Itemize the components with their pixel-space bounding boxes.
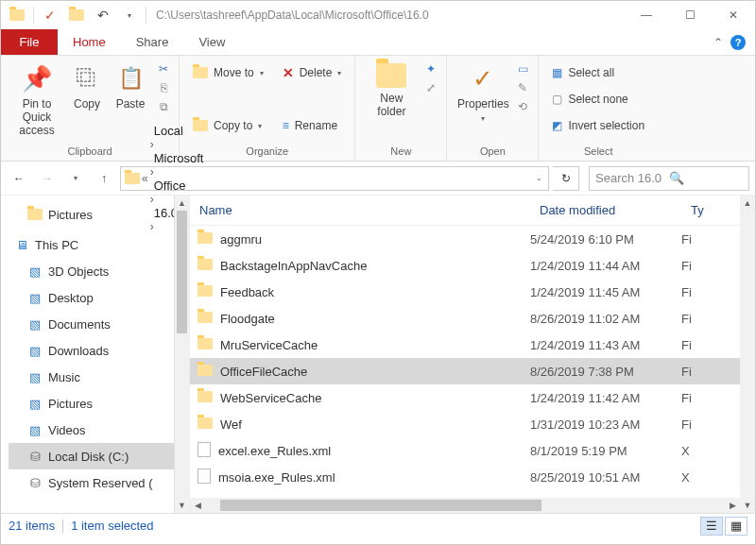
folder-icon[interactable]	[5, 3, 29, 27]
list-item[interactable]: Wef1/31/2019 10:23 AMFi	[190, 411, 755, 437]
list-header: Name Date modified Ty	[190, 196, 755, 226]
nav-item[interactable]: ▧Music	[9, 364, 189, 390]
nav-item[interactable]: ▧Downloads	[9, 337, 189, 364]
ribbon-group-new: New folder ✦ ⤢ New	[355, 56, 447, 161]
tab-view[interactable]: View	[183, 29, 240, 55]
search-input[interactable]: Search 16.0 🔍	[589, 166, 749, 191]
folder-icon	[125, 171, 140, 186]
chevron-icon[interactable]: «	[142, 172, 148, 185]
paste-button[interactable]: 📋 Paste	[109, 60, 152, 114]
ribbon-group-select: ▦Select all ▢Select none ◩Invert selecti…	[539, 56, 658, 161]
nav-item[interactable]: ▧3D Objects	[9, 258, 189, 284]
col-header-date[interactable]: Date modified	[530, 203, 681, 217]
edit-icon[interactable]: ✎	[515, 80, 530, 95]
copyto-icon	[193, 120, 208, 131]
minimize-button[interactable]: —	[625, 1, 668, 29]
nav-recent-dropdown[interactable]: ▾	[63, 166, 88, 191]
cut-icon[interactable]: ✂	[156, 61, 171, 77]
nav-item[interactable]: 🖥This PC	[9, 231, 189, 258]
new-item-icon[interactable]: ✦	[423, 61, 438, 77]
nav-back-button[interactable]: ←	[7, 166, 31, 191]
tab-share[interactable]: Share	[121, 29, 184, 55]
move-to-button[interactable]: Move to ▾	[187, 61, 269, 84]
paste-shortcut-icon[interactable]: ⧉	[156, 99, 171, 114]
tab-home[interactable]: Home	[58, 29, 121, 55]
scroll-up-icon[interactable]: ▲	[175, 196, 189, 211]
list-item[interactable]: BackstageInAppNavCache1/24/2019 11:44 AM…	[190, 252, 755, 279]
scroll-left-icon[interactable]: ◀	[190, 501, 205, 510]
properties-check-icon[interactable]: ✓	[38, 3, 62, 27]
nav-item[interactable]: ▧Desktop	[9, 284, 189, 311]
scroll-up-icon[interactable]: ▲	[740, 196, 755, 211]
open-folder-icon[interactable]	[64, 3, 89, 27]
rename-button[interactable]: ≡Rename	[277, 114, 348, 137]
undo-icon[interactable]: ↶	[91, 3, 115, 27]
properties-button[interactable]: ✓ Properties ▾	[455, 60, 511, 127]
open-icon[interactable]: ▭	[515, 61, 530, 77]
copy-path-icon[interactable]: ⎘	[156, 80, 171, 95]
scroll-thumb[interactable]	[220, 500, 541, 511]
crumb-office[interactable]: Office	[150, 179, 208, 193]
details-view-button[interactable]: ☰	[700, 517, 723, 536]
nav-scrollbar[interactable]: ▲ ▼	[174, 196, 189, 513]
list-item[interactable]: aggmru5/24/2019 6:10 PMFi	[190, 226, 755, 252]
scroll-down-icon[interactable]: ▼	[740, 498, 755, 513]
list-item[interactable]: WebServiceCache1/24/2019 11:42 AMFi	[190, 384, 755, 411]
maximize-button[interactable]: ☐	[668, 1, 712, 29]
nav-up-button[interactable]: ↑	[92, 166, 116, 191]
chevron-right-icon[interactable]: ›	[150, 138, 154, 151]
scroll-right-icon[interactable]: ▶	[725, 501, 740, 510]
thumbnails-view-button[interactable]: ▦	[725, 517, 747, 536]
nav-item[interactable]: ▧Videos	[9, 417, 189, 443]
collapse-ribbon-icon[interactable]: ⌃	[713, 36, 723, 49]
tab-file[interactable]: File	[1, 29, 58, 55]
list-item[interactable]: MruServiceCache1/24/2019 11:43 AMFi	[190, 332, 755, 358]
horizontal-scrollbar[interactable]: ◀ ▶	[190, 498, 740, 513]
scroll-down-icon[interactable]: ▼	[175, 498, 189, 513]
nav-item[interactable]: ⛁Local Disk (C:)	[9, 443, 189, 469]
col-header-name[interactable]: Name	[190, 203, 530, 217]
select-all-button[interactable]: ▦Select all	[546, 61, 650, 84]
select-none-button[interactable]: ▢Select none	[546, 88, 650, 111]
navigation-pane: Pictures🖥This PC▧3D Objects▧Desktop▧Docu…	[1, 196, 190, 513]
quick-access-toolbar: ✓ ↶ ▾	[1, 3, 148, 27]
pin-to-quick-access-button[interactable]: 📌 Pin to Quick access	[9, 60, 65, 141]
nav-item[interactable]: ▧Pictures	[9, 390, 189, 417]
help-icon[interactable]: ?	[730, 35, 746, 50]
list-item[interactable]: OfficeFileCache8/26/2019 7:38 PMFi	[190, 358, 755, 384]
title-bar: ✓ ↶ ▾ C:\Users\tashreef\AppData\Local\Mi…	[1, 1, 755, 29]
folder-icon	[198, 285, 213, 299]
qat-dropdown-icon[interactable]: ▾	[117, 3, 142, 27]
list-item[interactable]: Floodgate8/26/2019 11:02 AMFi	[190, 305, 755, 332]
new-folder-button[interactable]: New folder	[363, 60, 420, 122]
breadcrumb-bar[interactable]: « Local›Microsoft›Office›16.0› ⌄	[120, 166, 549, 191]
easy-access-icon[interactable]: ⤢	[423, 80, 438, 95]
nav-item[interactable]: Pictures	[9, 201, 189, 228]
nav-item[interactable]: ▧Documents	[9, 311, 189, 337]
obj-icon: ▧	[27, 290, 43, 305]
copy-icon: ⿻	[72, 63, 102, 94]
select-none-icon: ▢	[552, 93, 562, 106]
crumb-microsoft[interactable]: Microsoft	[150, 151, 208, 165]
list-item[interactable]: excel.exe_Rules.xml8/1/2019 5:19 PMX	[190, 437, 755, 464]
delete-button[interactable]: ✕Delete ▾	[277, 61, 348, 84]
vertical-scrollbar[interactable]: ▲ ▼	[740, 196, 755, 513]
nav-forward-button[interactable]: →	[35, 166, 60, 191]
folder-icon	[198, 365, 213, 379]
nav-item[interactable]: ⛁System Reserved (	[9, 469, 189, 496]
close-button[interactable]: ✕	[712, 1, 755, 29]
invert-selection-button[interactable]: ◩Invert selection	[546, 114, 650, 137]
copy-button[interactable]: ⿻ Copy	[65, 60, 109, 114]
status-selection-count: 1 item selected	[71, 519, 153, 533]
refresh-button[interactable]: ↻	[553, 166, 579, 191]
search-icon: 🔍	[669, 171, 743, 185]
pc-icon: 🖥	[14, 237, 29, 252]
history-icon[interactable]: ⟲	[515, 99, 530, 114]
list-item[interactable]: Feedback1/24/2019 11:45 AMFi	[190, 279, 755, 305]
group-label: Select	[546, 144, 650, 161]
list-item[interactable]: msoia.exe_Rules.xml8/25/2019 10:51 AMX	[190, 464, 755, 490]
address-dropdown-icon[interactable]: ⌄	[530, 174, 548, 182]
chevron-right-icon[interactable]: ›	[150, 165, 154, 179]
address-bar: ← → ▾ ↑ « Local›Microsoft›Office›16.0› ⌄…	[1, 162, 755, 196]
scroll-thumb[interactable]	[177, 211, 187, 333]
